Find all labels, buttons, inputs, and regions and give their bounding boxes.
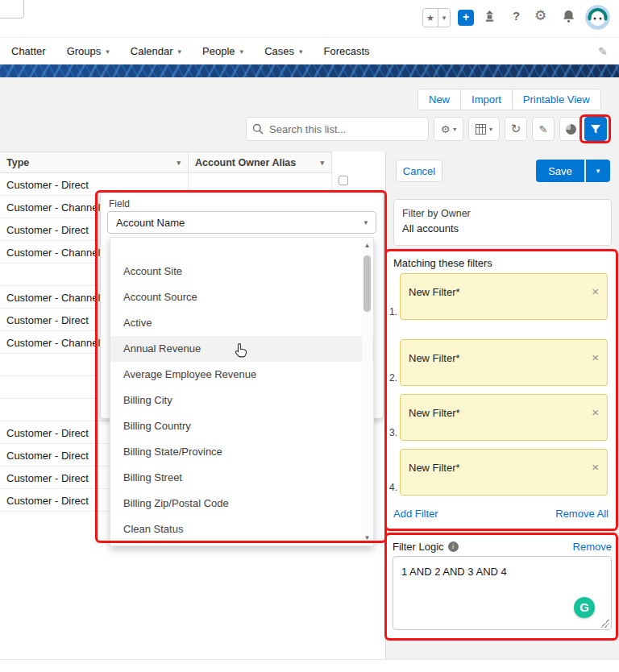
matching-filters-section: Matching these filters New Filter* × 1. … <box>386 251 619 530</box>
favorites-button-group[interactable]: ★ ▾ <box>422 8 451 27</box>
option-item[interactable]: Account Site <box>110 259 373 284</box>
quick-create-button[interactable]: + <box>458 10 474 26</box>
field-options-list: Account Site Account Source Active Annua… <box>110 237 374 546</box>
filter-card-1[interactable]: New Filter* × <box>400 273 608 320</box>
search-input[interactable] <box>246 117 429 141</box>
list-settings-button[interactable]: ⚙ ▾ <box>434 117 463 141</box>
option-item[interactable]: Billing City <box>110 388 373 413</box>
display-as-button[interactable]: ▾ <box>468 117 500 141</box>
help-icon[interactable]: ? <box>513 9 520 23</box>
remove-filter-icon[interactable]: × <box>592 405 599 419</box>
bottom-edge <box>0 659 619 672</box>
row-checkbox[interactable] <box>339 176 348 185</box>
cancel-button[interactable]: Cancel <box>396 160 442 182</box>
table-header-owner-alias[interactable]: Account Owner Alias ▾ <box>189 152 332 172</box>
filter-card-2[interactable]: New Filter* × <box>400 339 608 386</box>
charts-button[interactable] <box>559 117 582 141</box>
remove-filter-icon[interactable]: × <box>592 284 599 298</box>
nav-tab-cases[interactable]: Cases▾ <box>264 45 302 57</box>
owner-filter-card[interactable]: Filter by Owner All accounts <box>393 199 612 246</box>
nav-tab-label: Cases <box>264 45 294 57</box>
filter-logic-textarea[interactable]: 1 AND 2 AND 3 AND 4 G <box>393 556 612 630</box>
printable-view-button[interactable]: Printable View <box>513 89 600 110</box>
user-avatar[interactable] <box>585 5 610 30</box>
scroll-down-icon[interactable]: ▼ <box>362 534 372 541</box>
star-icon[interactable]: ★ <box>423 9 438 27</box>
filter-card-label: New Filter* <box>409 407 460 419</box>
filter-number: 4. <box>389 482 397 493</box>
list-action-buttons: New Import Printable View <box>418 89 601 110</box>
filter-logic-title-text: Filter Logic <box>393 541 444 553</box>
filter-number: 3. <box>389 427 397 438</box>
favorites-caret-icon[interactable]: ▾ <box>438 9 450 27</box>
remove-filter-icon[interactable]: × <box>592 351 599 364</box>
nav-tab-label: Groups <box>67 45 102 57</box>
nav-tab-people[interactable]: People▾ <box>202 45 243 57</box>
pie-chart-icon <box>566 124 576 135</box>
option-item[interactable]: Clean Status <box>110 516 373 542</box>
nav-tab-forecasts[interactable]: Forecasts <box>324 45 370 57</box>
option-item[interactable]: Account Source <box>110 284 373 310</box>
global-header: ★ ▾ + ? ⚙ <box>0 0 619 37</box>
notifications-bell-icon[interactable] <box>562 9 575 23</box>
chevron-down-icon[interactable]: ▾ <box>106 48 110 56</box>
column-label: Type <box>6 157 29 168</box>
scroll-up-icon[interactable]: ▲ <box>362 242 372 249</box>
chevron-down-icon[interactable]: ▾ <box>299 48 303 56</box>
chevron-down-icon[interactable]: ▾ <box>240 48 244 56</box>
field-label: Field <box>109 198 130 209</box>
option-item[interactable]: Billing Street <box>110 465 373 491</box>
remove-logic-link[interactable]: Remove <box>573 541 612 553</box>
chevron-down-icon: ▾ <box>453 126 456 133</box>
setup-gear-icon[interactable]: ⚙ <box>534 7 546 24</box>
mouse-cursor-icon <box>235 342 248 359</box>
refresh-button[interactable]: ↻ <box>505 117 527 141</box>
filter-button[interactable] <box>584 117 607 141</box>
table-header-type[interactable]: Type ▾ <box>0 152 189 172</box>
remove-filter-icon[interactable]: × <box>592 460 599 474</box>
nav-tab-calendar[interactable]: Calendar▾ <box>131 45 181 57</box>
filter-logic-section: Filter Logic i Remove 1 AND 2 AND 3 AND … <box>386 533 619 640</box>
option-item[interactable]: Average Employee Revenue <box>110 362 373 388</box>
guidance-center-icon[interactable] <box>484 10 496 23</box>
chevron-down-icon[interactable]: ▾ <box>178 48 182 56</box>
nav-tab-label: Chatter <box>11 45 46 57</box>
scroll-thumb[interactable] <box>364 255 371 312</box>
filter-card-label: New Filter* <box>409 352 460 364</box>
option-item[interactable]: Active <box>110 310 373 336</box>
option-item[interactable]: Billing Country <box>110 413 373 439</box>
option-item[interactable]: Billing State/Province <box>110 439 373 465</box>
filters-panel: Cancel Save ▾ Filter by Owner All accoun… <box>385 151 619 659</box>
plus-icon: + <box>463 10 469 23</box>
global-search-box-edge[interactable] <box>0 0 24 19</box>
combobox-caret-icon[interactable]: ▼ <box>363 219 369 226</box>
option-item[interactable]: Billing Zip/Postal Code <box>110 491 373 516</box>
new-button[interactable]: New <box>418 89 461 110</box>
filter-card-4[interactable]: New Filter* × <box>400 449 608 496</box>
filter-logic-title: Filter Logic i <box>393 541 459 553</box>
funnel-icon <box>590 124 601 135</box>
sort-chevron-icon[interactable]: ▾ <box>177 159 181 167</box>
import-button[interactable]: Import <box>461 89 513 110</box>
sort-chevron-icon[interactable]: ▾ <box>320 159 324 167</box>
inline-edit-button[interactable]: ✎ <box>532 117 555 141</box>
field-combobox[interactable] <box>107 211 376 234</box>
resize-handle-icon[interactable] <box>601 620 609 628</box>
remove-all-link[interactable]: Remove All <box>555 508 609 520</box>
column-label: Account Owner Alias <box>195 157 296 168</box>
add-filter-link[interactable]: Add Filter <box>393 508 438 520</box>
grammarly-icon[interactable]: G <box>574 597 595 618</box>
search-icon <box>252 123 264 135</box>
owner-filter-label: Filter by Owner <box>402 208 603 219</box>
filter-number: 2. <box>389 372 397 384</box>
save-button[interactable]: Save <box>536 160 584 182</box>
nav-tab-groups[interactable]: Groups▾ <box>67 45 110 57</box>
options-scrollbar[interactable]: ▲ ▼ <box>362 239 372 544</box>
nav-edit-pencil-icon[interactable]: ✎ <box>598 45 608 58</box>
info-icon[interactable]: i <box>448 541 459 552</box>
matching-filters-title: Matching these filters <box>393 257 492 269</box>
nav-tab-chatter[interactable]: Chatter <box>11 45 46 57</box>
save-dropdown-button[interactable]: ▾ <box>586 160 610 182</box>
filter-logic-value: 1 AND 2 AND 3 AND 4 <box>401 566 507 578</box>
filter-card-3[interactable]: New Filter* × <box>400 394 608 441</box>
